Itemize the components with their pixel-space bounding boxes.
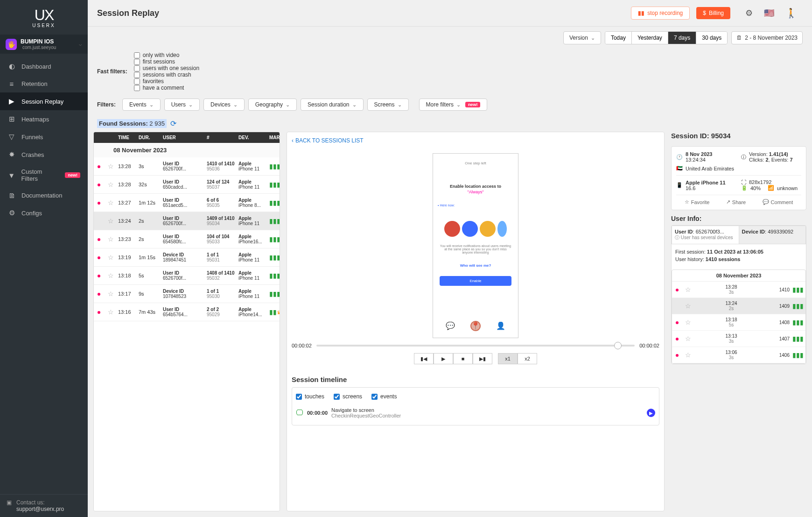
session-row[interactable]: ☆ 13:27 1m 12s User ID651aecd5... 6 of 6… bbox=[94, 194, 280, 212]
fast-filter-first-sessions[interactable]: first sessions bbox=[134, 58, 199, 65]
date-range-yesterday[interactable]: Yesterday bbox=[632, 32, 668, 44]
fast-filter-users-with-one-session[interactable]: users with one session bbox=[134, 65, 199, 71]
session-row[interactable]: ☆ 13:18 5s User ID6526700f... 1408 of 14… bbox=[94, 267, 280, 285]
fast-filter-only-with-video[interactable]: only with video bbox=[134, 52, 199, 58]
sidebar-item-session-replay[interactable]: ▶Session Replay bbox=[0, 92, 88, 110]
skip-back-button[interactable]: ▮◀ bbox=[414, 353, 434, 364]
star-icon[interactable]: ☆ bbox=[685, 286, 692, 293]
star-icon[interactable]: ☆ bbox=[685, 335, 692, 342]
video-icon: ▮▮▮ bbox=[269, 181, 280, 188]
logo: UX USERX bbox=[0, 0, 88, 35]
scrubber[interactable] bbox=[316, 345, 635, 347]
resolution-icon: ⛶ bbox=[741, 179, 746, 185]
flag-icon[interactable]: 🇺🇸 bbox=[764, 8, 774, 18]
screen-icon: 🖵 bbox=[296, 409, 303, 417]
touch-indicator bbox=[470, 321, 481, 331]
back-link[interactable]: ‹ BACK TO SESSIONS LIST bbox=[292, 137, 364, 144]
star-icon[interactable]: ☆ bbox=[108, 272, 116, 279]
session-row[interactable]: ☆ 13:24 2s User ID6526700f... 1409 of 14… bbox=[94, 212, 280, 230]
stop-recording-button[interactable]: ▮▮ stop recording bbox=[631, 7, 690, 20]
player-panel: ‹ BACK TO SESSIONS LIST One step left En… bbox=[287, 132, 665, 511]
fast-filter-favorites[interactable]: favorites bbox=[134, 78, 199, 85]
timeline-item[interactable]: 🖵 00:00:00 Navigate to screen CheckinReq… bbox=[296, 404, 655, 421]
star-icon[interactable]: ☆ bbox=[108, 308, 116, 316]
sidebar-item-documentation[interactable]: 🗎Documentation bbox=[0, 187, 88, 204]
share-action[interactable]: ↗Share bbox=[726, 199, 746, 205]
version-dropdown[interactable]: Version⌄ bbox=[563, 31, 601, 44]
star-icon[interactable]: ☆ bbox=[685, 302, 692, 310]
fast-filter-sessions-with-crash[interactable]: sessions with crash bbox=[134, 71, 199, 78]
timeline-check-screens[interactable]: screens bbox=[334, 393, 362, 400]
video-icon: ▮▮▮ bbox=[269, 163, 280, 170]
mini-session-row[interactable]: ☆ 13:185s 1408 ▮▮▮ bbox=[672, 314, 805, 331]
filter-users[interactable]: Users⌄ bbox=[164, 99, 200, 111]
sidebar-item-custom-filters[interactable]: ▼Custom Filtersnew! bbox=[0, 163, 88, 187]
user-info-title: User Info: bbox=[671, 215, 806, 222]
account-icon[interactable]: 🚶 bbox=[785, 7, 797, 19]
skip-fwd-button[interactable]: ▶▮ bbox=[473, 353, 492, 364]
filter-screens[interactable]: Screens⌄ bbox=[367, 99, 409, 111]
filter-session-duration[interactable]: Session duration⌄ bbox=[301, 99, 363, 111]
nav-icon: 🗎 bbox=[7, 191, 16, 199]
date-header: 08 November 2023 bbox=[94, 143, 280, 157]
sidebar-item-dashboard[interactable]: ◐Dashboard bbox=[0, 57, 88, 75]
app-selector[interactable]: 🖐 BUMPIN IOS com.just.seeyou ⌵ bbox=[0, 35, 88, 54]
star-icon[interactable]: ☆ bbox=[685, 351, 692, 359]
session-row[interactable]: ☆ 13:19 1m 15s Device ID189847451 1 of 1… bbox=[94, 248, 280, 267]
sidebar-item-retention[interactable]: ≡Retention bbox=[0, 75, 88, 92]
settings-icon[interactable]: ⚙ bbox=[745, 8, 753, 18]
sidebar-item-configs[interactable]: ⚙Configs bbox=[0, 204, 88, 222]
play-button[interactable]: ▶ bbox=[434, 353, 453, 364]
page-title: Session Replay bbox=[97, 8, 159, 18]
more-filters-button[interactable]: More filters⌄ new! bbox=[419, 99, 488, 111]
star-icon[interactable]: ☆ bbox=[108, 235, 116, 243]
timeline-play-icon[interactable]: ▶ bbox=[647, 409, 655, 417]
chat-icon: ▣ bbox=[7, 499, 12, 506]
support-email[interactable]: support@userx.pro bbox=[16, 506, 64, 512]
video-icon: ▮▮▮ bbox=[269, 272, 280, 279]
video-icon: ▮▮▮ bbox=[792, 335, 802, 342]
session-row[interactable]: ☆ 13:28 32s User ID650cadcd... 124 of 12… bbox=[94, 176, 280, 194]
mini-session-row[interactable]: ☆ 13:133s 1407 ▮▮▮ bbox=[672, 331, 805, 347]
timeline-check-events[interactable]: events bbox=[371, 393, 397, 400]
star-icon[interactable]: ☆ bbox=[108, 290, 116, 297]
session-row[interactable]: ☆ 13:28 3s User ID6526700f... 1410 of 14… bbox=[94, 157, 280, 176]
billing-button[interactable]: $ Billing bbox=[696, 7, 730, 19]
comment-icon: 💬 bbox=[763, 199, 769, 205]
favorite-action[interactable]: ☆Favorite bbox=[685, 199, 710, 205]
star-icon[interactable]: ☆ bbox=[108, 254, 116, 261]
comment-action[interactable]: 💬Comment bbox=[763, 199, 793, 205]
filter-events[interactable]: Events⌄ bbox=[122, 99, 161, 111]
session-row[interactable]: ☆ 13:23 2s User ID654580fc... 104 of 104… bbox=[94, 230, 280, 248]
session-row[interactable]: ☆ 13:17 9s Device ID107848523 1 of 19503… bbox=[94, 285, 280, 303]
star-icon[interactable]: ☆ bbox=[108, 181, 116, 188]
sidebar-item-heatmaps[interactable]: ⊞Heatmaps bbox=[0, 110, 88, 128]
session-row[interactable]: ☆ 13:16 7m 43s User ID654b5764... 2 of 2… bbox=[94, 303, 280, 321]
mini-session-row[interactable]: ☆ 13:242s 1409 ▮▮▮ bbox=[672, 298, 805, 314]
mini-date-header: 08 November 2023 bbox=[672, 270, 805, 282]
refresh-icon[interactable]: ⟳ bbox=[170, 119, 176, 128]
header: Session Replay ▮▮ stop recording $ Billi… bbox=[88, 0, 812, 27]
star-icon[interactable]: ☆ bbox=[108, 199, 116, 206]
nav-icon: ✸ bbox=[7, 150, 16, 159]
date-range-30-days[interactable]: 30 days bbox=[696, 32, 727, 44]
sidebar-item-funnels[interactable]: ▽Funnels bbox=[0, 128, 88, 146]
sidebar-item-crashes[interactable]: ✸Crashes bbox=[0, 146, 88, 163]
stop-button[interactable]: ■ bbox=[453, 353, 473, 364]
filter-geography[interactable]: Geography⌄ bbox=[248, 99, 297, 111]
timeline-check-touches[interactable]: touches bbox=[296, 393, 324, 400]
fast-filter-have-a-comment[interactable]: have a comment bbox=[134, 85, 199, 91]
star-icon[interactable]: ☆ bbox=[108, 163, 116, 170]
star-icon[interactable]: ☆ bbox=[685, 319, 692, 326]
custom-date-button[interactable]: 🗓 2 - 8 November 2023 bbox=[731, 31, 803, 44]
speed-x1-button[interactable]: x1 bbox=[498, 353, 518, 364]
star-icon[interactable]: ☆ bbox=[108, 217, 116, 225]
timeline-title: Session timeline bbox=[292, 375, 659, 383]
filter-devices[interactable]: Devices⌄ bbox=[203, 99, 245, 111]
mini-session-row[interactable]: ☆ 13:283s 1410 ▮▮▮ bbox=[672, 282, 805, 298]
date-range-7-days[interactable]: 7 days bbox=[668, 32, 696, 44]
video-icon: ▮▮▮ bbox=[792, 351, 802, 359]
mini-session-row[interactable]: ☆ 13:063s 1406 ▮▮▮ bbox=[672, 347, 805, 363]
date-range-today[interactable]: Today bbox=[605, 32, 632, 44]
speed-x2-button[interactable]: x2 bbox=[518, 353, 537, 364]
